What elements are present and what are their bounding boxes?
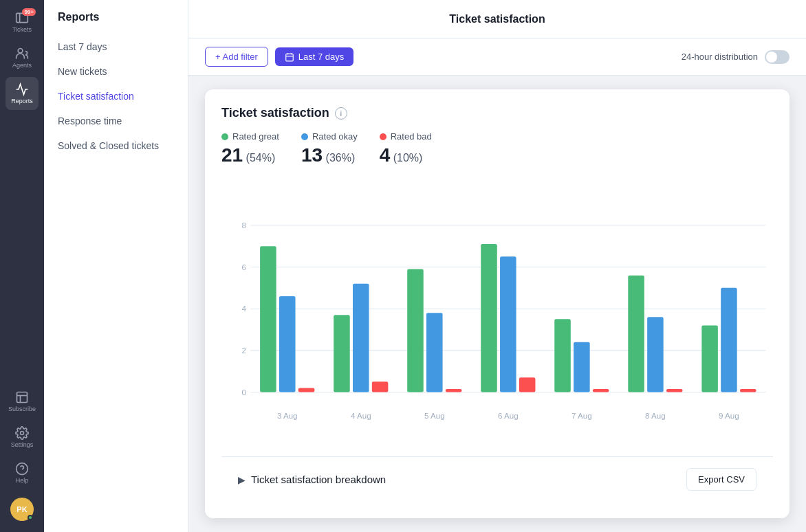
- legend-rated-bad: Rated bad 4 (10%): [380, 131, 432, 166]
- nav-panel-title: Reports: [44, 11, 188, 34]
- agents-icon: [15, 47, 29, 60]
- legend-rated-okay: Rated okay 13 (36%): [301, 131, 358, 166]
- svg-rect-44: [647, 317, 664, 392]
- svg-text:3 Aug: 3 Aug: [277, 411, 298, 420]
- svg-rect-27: [334, 315, 350, 392]
- svg-rect-39: [554, 319, 571, 392]
- svg-rect-37: [519, 377, 536, 392]
- svg-rect-40: [574, 342, 590, 392]
- content-area: Ticket satisfaction + Add filter Last 7 …: [188, 0, 806, 532]
- svg-rect-49: [740, 389, 756, 392]
- filter-bar: + Add filter Last 7 days 24-hour distrib…: [188, 38, 806, 76]
- svg-rect-47: [701, 325, 718, 392]
- svg-rect-29: [372, 381, 389, 392]
- dot-okay: [301, 133, 308, 140]
- avatar[interactable]: PK: [10, 498, 34, 521]
- svg-rect-24: [279, 296, 296, 392]
- sidebar-item-settings[interactable]: Settings: [6, 421, 39, 454]
- nav-item-responsetime[interactable]: Response time: [44, 109, 188, 133]
- svg-text:0: 0: [241, 388, 246, 397]
- svg-text:6: 6: [241, 263, 246, 271]
- legend-row: Rated great 21 (54%) Rated okay: [221, 131, 773, 166]
- svg-rect-41: [593, 389, 609, 392]
- online-indicator: [28, 515, 33, 520]
- svg-text:5 Aug: 5 Aug: [424, 411, 445, 420]
- svg-text:2: 2: [241, 346, 246, 355]
- top-bar: Ticket satisfaction: [188, 0, 806, 38]
- reports-icon: [15, 82, 29, 96]
- nav-item-newtickets[interactable]: New tickets: [44, 59, 188, 84]
- calendar-icon: [285, 52, 294, 62]
- svg-rect-23: [260, 246, 276, 392]
- svg-rect-32: [426, 313, 443, 392]
- help-icon: [15, 462, 29, 476]
- svg-point-6: [21, 432, 24, 435]
- add-filter-button[interactable]: + Add filter: [205, 47, 268, 67]
- legend-rated-great: Rated great 21 (54%): [221, 131, 279, 166]
- stat-great-pct: (54%): [246, 152, 276, 164]
- chevron-right-icon: ▶: [238, 474, 246, 485]
- svg-rect-45: [666, 389, 683, 392]
- svg-text:6 Aug: 6 Aug: [498, 411, 519, 420]
- svg-rect-33: [446, 389, 462, 392]
- ticket-badge: 99+: [22, 8, 36, 16]
- sidebar-item-reports[interactable]: Reports: [6, 77, 39, 110]
- svg-text:4 Aug: 4 Aug: [351, 411, 371, 420]
- nav-panel: Reports Last 7 days New tickets Ticket s…: [44, 0, 188, 532]
- stat-bad-value: 4: [380, 144, 391, 166]
- export-csv-button[interactable]: Export CSV: [686, 468, 756, 491]
- svg-text:7 Aug: 7 Aug: [571, 411, 592, 420]
- svg-rect-31: [407, 269, 424, 392]
- svg-rect-3: [17, 392, 28, 403]
- distribution-toggle[interactable]: [765, 50, 789, 64]
- stat-okay-value: 13: [301, 144, 323, 166]
- breakdown-toggle[interactable]: ▶ Ticket satisfaction breakdown: [238, 474, 386, 485]
- dot-great: [221, 133, 228, 140]
- svg-point-2: [18, 49, 23, 54]
- sidebar: 99+ Tickets Agents Reports: [0, 0, 44, 532]
- dot-bad: [380, 133, 386, 140]
- bar-chart: 024683 Aug4 Aug5 Aug6 Aug7 Aug8 Aug9 Aug: [221, 183, 773, 456]
- svg-rect-25: [298, 388, 315, 392]
- svg-rect-28: [353, 284, 369, 392]
- svg-rect-43: [628, 276, 644, 392]
- nav-item-solvedclosed[interactable]: Solved & Closed tickets: [44, 133, 188, 158]
- stat-great-value: 21: [221, 144, 243, 166]
- svg-text:8 Aug: 8 Aug: [645, 411, 666, 420]
- svg-rect-9: [286, 54, 294, 61]
- svg-text:9 Aug: 9 Aug: [719, 411, 739, 420]
- bottom-bar: ▶ Ticket satisfaction breakdown Export C…: [221, 456, 773, 502]
- svg-rect-35: [481, 244, 497, 392]
- subscribe-icon: [15, 390, 29, 404]
- page-title: Ticket satisfaction: [449, 13, 545, 25]
- nav-item-last7days[interactable]: Last 7 days: [44, 34, 188, 59]
- svg-rect-48: [721, 288, 737, 392]
- stat-okay-pct: (36%): [326, 152, 356, 164]
- svg-rect-36: [500, 256, 516, 392]
- chart-container: 024683 Aug4 Aug5 Aug6 Aug7 Aug8 Aug9 Aug: [221, 183, 773, 456]
- card-title-row: Ticket satisfaction i: [221, 106, 773, 120]
- settings-icon: [15, 426, 29, 440]
- stat-bad-pct: (10%): [393, 152, 423, 164]
- sidebar-item-tickets[interactable]: 99+ Tickets: [6, 5, 39, 38]
- sidebar-item-agents[interactable]: Agents: [6, 41, 39, 74]
- sidebar-item-subscribe[interactable]: Subscribe: [6, 385, 39, 418]
- last7days-button[interactable]: Last 7 days: [275, 47, 354, 66]
- card-title: Ticket satisfaction: [221, 106, 329, 120]
- report-card: Ticket satisfaction i Rated great 21 (54…: [205, 89, 789, 518]
- info-icon[interactable]: i: [335, 107, 347, 120]
- sidebar-item-help[interactable]: Help: [6, 456, 39, 489]
- svg-text:8: 8: [241, 221, 246, 230]
- svg-text:4: 4: [241, 304, 246, 313]
- distribution-label: 24-hour distribution: [682, 52, 758, 62]
- nav-item-ticketsatisfaction[interactable]: Ticket satisfaction: [44, 84, 188, 109]
